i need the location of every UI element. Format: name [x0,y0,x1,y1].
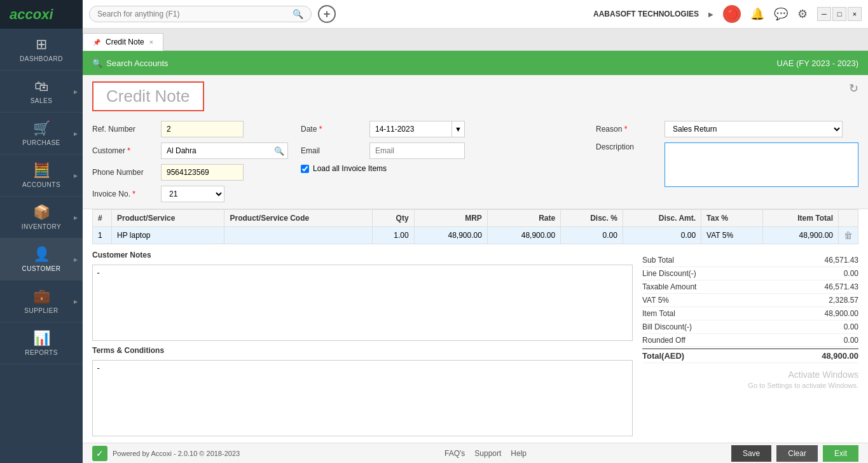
description-textarea[interactable] [665,142,858,187]
accounts-icon: 🧮 [33,162,50,179]
sidebar-item-inventory[interactable]: 📦 INVENTORY ▶ [0,197,83,238]
terms-textarea[interactable]: - [92,360,633,436]
footer-logo: ✓ [92,446,107,461]
invoice-select[interactable]: 212019 [161,186,224,202]
bottom-area: Customer Notes - Terms & Conditions - Su… [83,244,868,443]
user-avatar: 🔴 [723,5,741,23]
exit-button[interactable]: Exit [823,445,858,462]
notes-section: Customer Notes - Terms & Conditions - [92,251,633,436]
bill-discount-row: Bill Discount(-) 0.00 [642,321,858,334]
load-invoice-row: Load all Invoice Items [301,164,465,173]
inventory-icon: 📦 [33,204,50,221]
add-button[interactable]: + [318,5,336,23]
search-accounts-label: Search Accounts [106,59,169,68]
col-qty: Qty [372,210,414,227]
customer-arrow-icon: ▶ [74,256,78,262]
sidebar-item-reports[interactable]: 📊 REPORTS [0,322,83,364]
support-link[interactable]: Support [474,449,501,458]
maximize-button[interactable]: □ [832,7,846,21]
col-disc-amt: Disc. Amt. [623,210,701,227]
app-logo: accoxi [0,0,83,29]
footer-buttons: Save Clear Exit [731,445,858,462]
supplier-icon: 💼 [33,288,50,305]
grand-total-value: 48,900.00 [822,351,858,361]
purchase-icon: 🛒 [33,120,50,137]
close-button[interactable]: × [848,7,862,21]
col-rate: Rate [487,210,560,227]
help-link[interactable]: Help [511,449,527,458]
sidebar: accoxi ⊞ DASHBOARD 🛍 SALES ▶ 🛒 PURCHASE … [0,0,83,463]
green-bar: 🔍 Search Accounts UAE (FY 2023 - 2023) [83,51,868,75]
line-discount-value: 0.00 [844,269,858,278]
save-button[interactable]: Save [731,445,771,462]
date-row: Date ▼ [301,121,465,137]
tab-credit-note[interactable]: 📌 Credit Note × [83,33,163,51]
footer: ✓ Powered by Accoxi - 2.0.10 © 2018-2023… [83,443,868,463]
clear-button[interactable]: Clear [776,445,818,462]
company-arrow-icon: ▶ [708,11,713,18]
cell-tax-pct[interactable]: VAT 5% [701,227,763,244]
search-accounts-button[interactable]: 🔍 Search Accounts [92,59,169,68]
topbar: 🔍 + AABASOFT TECHNOLOGIES ▶ 🔴 🔔 💬 ⚙ ─ □ … [83,0,868,29]
rounded-off-value: 0.00 [844,336,858,345]
customer-input-wrap: 🔍 [161,142,288,159]
delete-row-button[interactable]: 🗑 [844,230,853,240]
content-area: 🔍 Search Accounts UAE (FY 2023 - 2023) C… [83,51,868,443]
email-input[interactable] [369,142,465,159]
tab-close-button[interactable]: × [149,38,153,46]
purchase-arrow-icon: ▶ [74,130,78,136]
accounts-arrow-icon: ▶ [74,172,78,178]
col-actions [839,210,858,227]
cell-code[interactable] [224,227,372,244]
customer-row: Customer 🔍 [92,142,288,159]
load-invoice-checkbox[interactable] [301,165,309,173]
line-discount-row: Line Discount(-) 0.00 [642,267,858,280]
faq-link[interactable]: FAQ's [444,449,465,458]
customer-search-icon[interactable]: 🔍 [274,146,284,156]
customer-label: Customer [92,146,156,155]
refresh-icon[interactable]: ↻ [849,81,858,95]
sidebar-item-customer[interactable]: 👤 CUSTOMER ▶ [0,238,83,280]
tabbar: 📌 Credit Note × [83,29,868,51]
sidebar-item-purchase[interactable]: 🛒 PURCHASE ▶ [0,113,83,155]
date-input[interactable] [369,121,452,137]
line-discount-label: Line Discount(-) [642,269,696,278]
search-box[interactable]: 🔍 [89,6,312,22]
cell-rate[interactable]: 48,900.00 [487,227,560,244]
settings-icon[interactable]: ⚙ [797,7,808,21]
invoice-row: Invoice No. 212019 [92,186,288,202]
bill-discount-label: Bill Discount(-) [642,322,692,331]
cell-disc-pct[interactable]: 0.00 [561,227,623,244]
customer-input[interactable] [161,142,288,159]
customer-notes-label: Customer Notes [92,251,633,259]
item-total-value: 48,900.00 [825,309,858,318]
taxable-amount-row: Taxable Amount 46,571.43 [642,280,858,294]
sidebar-item-sales[interactable]: 🛍 SALES ▶ [0,71,83,113]
sidebar-item-dashboard[interactable]: ⊞ DASHBOARD [0,29,83,71]
cell-mrp[interactable]: 48,900.00 [414,227,487,244]
minimize-button[interactable]: ─ [817,7,831,21]
sidebar-item-accounts[interactable]: 🧮 ACCOUNTS ▶ [0,155,83,197]
cell-qty[interactable]: 1.00 [372,227,414,244]
phone-label: Phone Number [92,168,156,177]
customer-notes-textarea[interactable]: - [92,265,633,341]
notification-icon[interactable]: 🔔 [750,7,764,21]
sales-icon: 🛍 [34,78,48,95]
message-icon[interactable]: 💬 [774,7,788,21]
description-row: Description [596,142,858,187]
date-dropdown[interactable]: ▼ [452,121,465,137]
reports-icon: 📊 [33,330,50,347]
cell-delete[interactable]: 🗑 [839,227,858,244]
reason-select[interactable]: Sales Return Purchase Return Other [665,121,843,137]
items-table: # Product/Service Product/Service Code Q… [92,209,858,244]
sidebar-item-supplier[interactable]: 💼 SUPPLIER ▶ [0,280,83,322]
phone-input[interactable] [161,164,244,181]
main-area: 🔍 + AABASOFT TECHNOLOGIES ▶ 🔴 🔔 💬 ⚙ ─ □ … [83,0,868,463]
cell-product[interactable]: HP laptop [112,227,224,244]
search-input[interactable] [97,10,293,18]
ref-number-input[interactable] [161,121,244,137]
item-total-row: Item Total 48,900.00 [642,307,858,321]
cell-disc-amt[interactable]: 0.00 [623,227,701,244]
vat-value: 2,328.57 [829,296,858,305]
customer-icon: 👤 [33,246,50,263]
